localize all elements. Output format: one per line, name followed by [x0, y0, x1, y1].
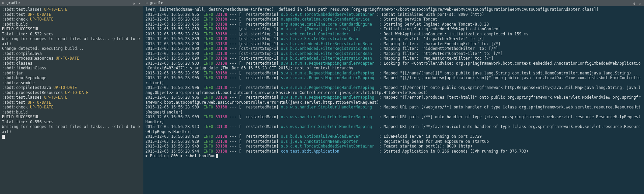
- log-line: 2015-12-03 16:56:28.920 INFO 33138 --- […: [145, 134, 642, 139]
- gear-icon[interactable]: ⚙: [133, 1, 136, 5]
- log-line: 2015-12-03 16:56:28.944 INFO 33138 --- […: [145, 149, 642, 154]
- log-line: 2015-12-03 16:56:28.909 INFO 33138 --- […: [145, 115, 642, 124]
- gear-icon[interactable]: ⚙: [633, 1, 637, 5]
- console-line: :sbdt:classes: [2, 61, 141, 66]
- console-line: BUILD SUCCESSFUL: [2, 115, 141, 120]
- log-line: 2015-12-03 16:56:28.929 INFO 33138 --- […: [145, 139, 642, 144]
- build-status-line: > Building 80% > :sbdt:bootRun: [145, 154, 642, 159]
- log-line: 2015-12-03 16:56:28.889 INFO 33138 --- […: [145, 36, 642, 41]
- console-line: :sbdt:compileJava: [2, 51, 141, 56]
- cursor: [2, 135, 5, 139]
- x-icon[interactable]: ✕: [639, 1, 643, 5]
- console-line: :sbdt:processTestResources UP-TO-DATE: [2, 90, 141, 95]
- log-line: 2015-12-03 16:56:28.855 INFO 33138 --- […: [145, 12, 642, 17]
- right-console[interactable]: lver; initMethodName=null; destroyMethod…: [143, 6, 644, 194]
- x-icon[interactable]: ✕: [138, 1, 142, 5]
- log-line: 2015-12-03 16:56:28.856 INFO 33138 --- […: [145, 22, 642, 27]
- log-line: 2015-12-03 16:56:28.909 INFO 33138 --- […: [145, 105, 642, 115]
- log-line: 2015-12-03 16:56:28.943 INFO 33138 --- […: [145, 144, 642, 149]
- right-terminal-panel: ⊗ gradle ⚙ ✕ lver; initMethodName=null; …: [143, 0, 644, 194]
- console-line: Total time: 0.556 secs: [2, 120, 141, 125]
- left-console[interactable]: :sbdt:testClasses UP-TO-DATE:sbdt:test U…: [0, 6, 143, 194]
- console-line: :sbdt:test UP-TO-DATE: [2, 100, 141, 105]
- console-line: :sbdt:jar: [2, 71, 141, 76]
- cursor: [216, 154, 218, 158]
- log-line: 2015-12-03 16:56:28.859 INFO 33138 --- […: [145, 27, 642, 32]
- console-line: :sbdt:build: [2, 110, 141, 115]
- console-line: :sbdt:check UP-TO-DATE: [2, 17, 141, 22]
- left-titlebar[interactable]: ⊗ gradle ⚙ ✕: [0, 0, 143, 6]
- console-line: :sbdt:test UP-TO-DATE: [2, 12, 141, 17]
- log-line: 2015-12-03 16:56:28.890 INFO 33138 --- […: [145, 51, 642, 56]
- console-line: :sbdt:assemble: [2, 80, 141, 86]
- console-line: lver; initMethodName=null; destroyMethod…: [145, 7, 642, 12]
- console-line: [2, 134, 141, 139]
- log-line: 2015-12-03 16:56:28.890 INFO 33138 --- […: [145, 46, 642, 51]
- console-line: :sbdt:check UP-TO-DATE: [2, 105, 141, 110]
- log-line: 2015-12-03 16:56:28.903 INFO 33138 --- […: [145, 61, 642, 71]
- console-line: :sbdt:testClasses UP-TO-DATE: [2, 7, 141, 12]
- console-line: :sbdt:findMainClass: [2, 66, 141, 71]
- right-titlebar[interactable]: ⊗ gradle ⚙ ✕: [143, 0, 644, 6]
- console-line: :sbdt:bootRepackage: [2, 75, 141, 80]
- close-icon[interactable]: ⊗: [1, 1, 5, 5]
- right-title: gradle: [150, 1, 633, 6]
- console-line: Waiting for changes to input files of ta…: [2, 124, 141, 134]
- left-title: gradle: [6, 1, 133, 6]
- console-line: Total time: 0.522 secs: [2, 32, 141, 37]
- console-line: :sbdt:compileTestJava UP-TO-DATE: [2, 85, 141, 90]
- console-line: :sbdt:processResources UP-TO-DATE: [2, 56, 141, 61]
- console-line: BUILD SUCCESSFUL: [2, 27, 141, 32]
- log-line: 2015-12-03 16:56:28.906 INFO 33138 --- […: [145, 95, 642, 105]
- log-line: 2015-12-03 16:56:28.906 INFO 33138 --- […: [145, 85, 642, 95]
- left-terminal-panel: ⊗ gradle ⚙ ✕ :sbdt:testClasses UP-TO-DAT…: [0, 0, 143, 194]
- console-line: Waiting for changes to input files of ta…: [2, 36, 141, 46]
- log-line: 2015-12-03 16:56:28.860 INFO 33138 --- […: [145, 32, 642, 37]
- log-line: 2015-12-03 16:56:28.890 INFO 33138 --- […: [145, 56, 642, 61]
- log-line: 2015-12-03 16:56:28.890 INFO 33138 --- […: [145, 41, 642, 46]
- console-line: Change detected, executing build...: [2, 46, 141, 51]
- log-line: 2015-12-03 16:56:28.905 INFO 33138 --- […: [145, 71, 642, 76]
- log-line: 2015-12-03 16:56:28.856 INFO 33138 --- […: [145, 17, 642, 22]
- log-line: 2015-12-03 16:56:28.905 INFO 33138 --- […: [145, 75, 642, 85]
- close-icon[interactable]: ⊗: [145, 1, 148, 5]
- log-line: 2015-12-03 16:56:28.913 INFO 33138 --- […: [145, 124, 642, 134]
- console-line: :sbdt:testClasses UP-TO-DATE: [2, 95, 141, 100]
- console-line: :sbdt:build: [2, 22, 141, 27]
